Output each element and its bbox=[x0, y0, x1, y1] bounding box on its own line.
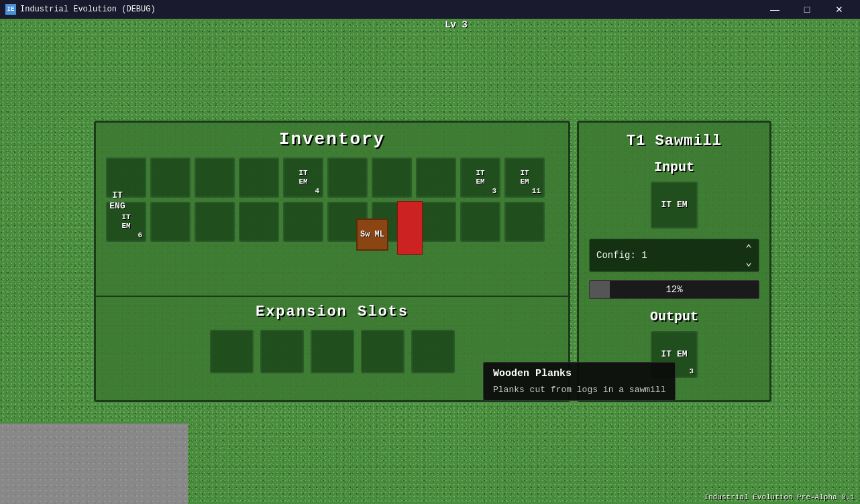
level-label: Lv 3 bbox=[445, 19, 468, 30]
input-label: Input bbox=[589, 160, 759, 175]
exp-slot-3[interactable] bbox=[361, 330, 405, 373]
inv-slot-1-3[interactable] bbox=[239, 202, 279, 242]
close-button[interactable]: ✕ bbox=[824, 0, 855, 19]
dragged-item-label: Sw ML bbox=[360, 230, 384, 239]
inv-slot-1-2[interactable] bbox=[195, 202, 235, 242]
item-tooltip: Wooden Planks Planks cut from logs in a … bbox=[483, 362, 676, 401]
item-label: ITEM bbox=[520, 169, 529, 186]
progress-text: 12% bbox=[590, 281, 759, 298]
item-count: 11 bbox=[532, 187, 541, 195]
inv-slot-0-3[interactable] bbox=[239, 158, 279, 198]
config-label: Config: 1 bbox=[596, 250, 647, 261]
sawmill-output-count: 3 bbox=[689, 367, 694, 375]
sawmill-panel: T1 Sawmill Input IT EM Config: 1 ⌃⌄ 12% … bbox=[577, 121, 771, 402]
item-count: 6 bbox=[138, 231, 142, 239]
inventory-section: Inventory ITEM 4 ITEM 3 bbox=[96, 123, 568, 297]
inventory-row-2: ITEM 6 bbox=[106, 202, 558, 242]
window-title: Industrial Evolution (DEBUG) bbox=[20, 5, 156, 14]
title-bar-left: IE Industrial Evolution (DEBUG) bbox=[5, 4, 156, 15]
inventory-panel: Inventory ITEM 4 ITEM 3 bbox=[94, 121, 570, 402]
title-bar: IE Industrial Evolution (DEBUG) — □ ✕ bbox=[0, 0, 860, 19]
exp-slot-2[interactable] bbox=[311, 330, 354, 373]
dragged-item[interactable]: Sw ML bbox=[356, 214, 389, 255]
expansion-title: Expansion Slots bbox=[106, 304, 558, 320]
tooltip-description: Planks cut from logs in a sawmill bbox=[493, 385, 665, 395]
item-label: ITEM bbox=[476, 169, 484, 186]
sawmill-input-slot[interactable]: IT EM bbox=[651, 182, 698, 229]
rock-terrain bbox=[0, 424, 188, 504]
item-count: 3 bbox=[492, 187, 496, 195]
exp-slot-0[interactable] bbox=[210, 330, 254, 373]
inv-slot-1-1[interactable] bbox=[150, 202, 191, 242]
version-text: Industrial Evolution Pre-Alpha 0.1 bbox=[704, 493, 855, 501]
progress-bar: 12% bbox=[589, 280, 759, 299]
inventory-grid: ITEM 4 ITEM 3 ITEM 11 ITEM bbox=[106, 158, 558, 242]
sawmill-input-item: IT EM bbox=[661, 200, 687, 210]
inv-slot-0-9[interactable]: ITEM 11 bbox=[504, 158, 545, 198]
inventory-title: Inventory bbox=[106, 129, 558, 149]
drop-indicator bbox=[397, 201, 423, 255]
exp-slot-4[interactable] bbox=[411, 330, 455, 373]
inv-slot-0-5[interactable] bbox=[327, 158, 368, 198]
inv-slot-1-9[interactable] bbox=[504, 202, 545, 242]
it-eng-label: ITENG bbox=[109, 190, 125, 211]
config-arrow-icon[interactable]: ⌃⌄ bbox=[745, 242, 752, 269]
title-controls: — □ ✕ bbox=[759, 0, 855, 19]
inv-slot-0-1[interactable] bbox=[150, 158, 191, 198]
sawmill-output-item: IT EM bbox=[661, 349, 687, 360]
it-eng-character: ITENG bbox=[91, 178, 144, 225]
inv-slot-1-4[interactable] bbox=[283, 202, 323, 242]
inv-slot-0-6[interactable] bbox=[372, 158, 412, 198]
inv-slot-0-7[interactable] bbox=[416, 158, 456, 198]
inventory-row-1: ITEM 4 ITEM 3 ITEM 11 bbox=[106, 158, 558, 198]
item-label: ITEM bbox=[299, 169, 307, 186]
app-icon: IE bbox=[5, 4, 16, 15]
output-label: Output bbox=[589, 309, 759, 324]
inv-slot-0-2[interactable] bbox=[195, 158, 235, 198]
config-row[interactable]: Config: 1 ⌃⌄ bbox=[589, 239, 759, 272]
dragged-item-inner: Sw ML bbox=[356, 218, 388, 251]
minimize-button[interactable]: — bbox=[759, 0, 790, 19]
sawmill-title: T1 Sawmill bbox=[589, 133, 759, 149]
inv-slot-0-4[interactable]: ITEM 4 bbox=[283, 158, 323, 198]
tooltip-title: Wooden Planks bbox=[493, 368, 665, 379]
exp-slot-1[interactable] bbox=[260, 330, 304, 373]
maximize-button[interactable]: □ bbox=[792, 0, 822, 19]
inv-slot-0-8[interactable]: ITEM 3 bbox=[460, 158, 500, 198]
inv-slot-1-8[interactable] bbox=[460, 202, 500, 242]
item-count: 4 bbox=[315, 187, 319, 195]
